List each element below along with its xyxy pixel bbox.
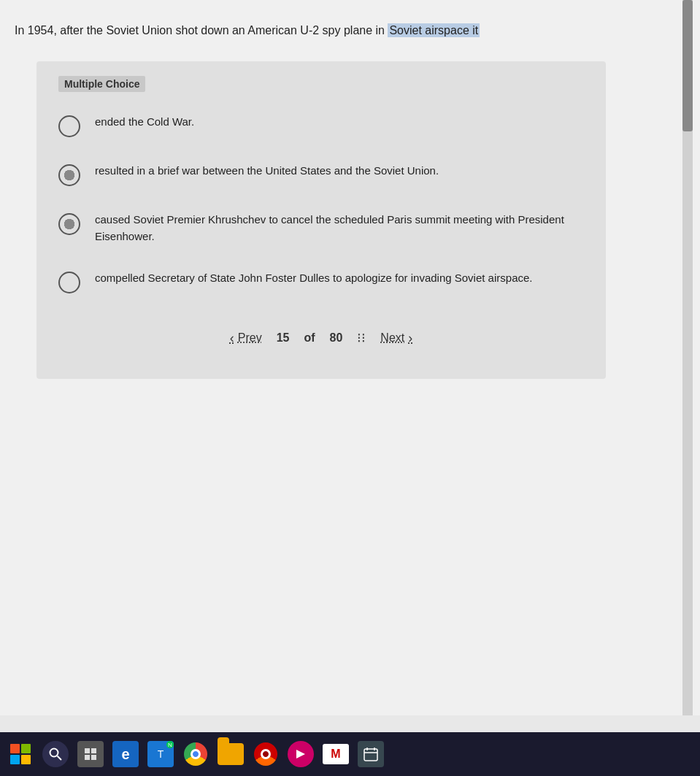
calendar-icon <box>363 746 379 762</box>
total-pages: 80 <box>330 331 343 345</box>
chrome-icon <box>184 742 207 766</box>
next-arrow-icon: › <box>408 331 412 346</box>
next-label: Next <box>380 331 404 345</box>
next-button[interactable]: Next › <box>380 331 412 346</box>
scrollbar-thumb[interactable] <box>682 0 693 131</box>
svg-rect-6 <box>364 749 377 761</box>
prev-label: Prev <box>238 331 262 345</box>
answer-option-c[interactable]: caused Soviet Premier Khrushchev to canc… <box>58 212 584 245</box>
answer-option-a[interactable]: ended the Cold War. <box>58 114 584 137</box>
search-icon <box>48 747 63 761</box>
svg-rect-2 <box>85 748 90 753</box>
new-tab-button[interactable]: T N <box>147 741 174 767</box>
calendar-button[interactable] <box>358 741 384 767</box>
answer-option-b[interactable]: resulted in a brief war between the Unit… <box>58 163 584 186</box>
scrollbar-track[interactable] <box>682 0 693 715</box>
taskbar-square-button[interactable] <box>77 741 104 767</box>
question-card: Multiple Choice ended the Cold War. resu… <box>36 61 606 379</box>
main-content: In 1954, after the Soviet Union shot dow… <box>0 0 700 715</box>
answer-option-d[interactable]: compelled Secretary of State John Foster… <box>58 270 584 293</box>
radio-c[interactable] <box>58 213 80 235</box>
folder-icon <box>218 743 244 765</box>
svg-point-0 <box>50 749 58 757</box>
radio-d[interactable] <box>58 272 80 293</box>
taskbar-search-button[interactable] <box>42 741 69 767</box>
svg-rect-4 <box>85 755 90 760</box>
question-text-highlight: Soviet airspace it <box>388 23 480 37</box>
svg-rect-3 <box>91 748 96 753</box>
answer-text-a: ended the Cold War. <box>95 114 194 131</box>
answer-text-d: compelled Secretary of State John Foster… <box>95 270 533 287</box>
question-text: In 1954, after the Soviet Union shot dow… <box>15 15 584 47</box>
svg-rect-5 <box>91 755 96 760</box>
edge-button[interactable]: e <box>112 741 139 767</box>
svg-line-1 <box>58 756 62 761</box>
windows-logo-icon <box>10 744 31 764</box>
main-wrapper: In 1954, after the Soviet Union shot dow… <box>0 0 700 715</box>
radio-b[interactable] <box>58 164 80 186</box>
gmail-icon: M <box>331 748 340 761</box>
chrome-red-button[interactable] <box>253 741 279 767</box>
question-type-label: Multiple Choice <box>58 76 145 92</box>
gmail-button[interactable]: M <box>323 744 349 764</box>
snip-button[interactable] <box>288 741 314 767</box>
radio-a[interactable] <box>58 115 80 137</box>
chrome-red-icon <box>254 742 277 766</box>
snip-icon <box>293 747 308 761</box>
prev-button[interactable]: ‹ Prev <box>230 331 262 346</box>
of-label: of <box>304 331 315 345</box>
new-badge: N <box>166 741 174 748</box>
answer-text-b: resulted in a brief war between the Unit… <box>95 163 439 180</box>
windows-start-button[interactable] <box>7 741 34 767</box>
navigation-bar: ‹ Prev 15 of 80 ⁝⁝ Next › <box>58 319 584 357</box>
folder-button[interactable] <box>218 741 244 767</box>
current-page: 15 <box>277 331 290 345</box>
edge-icon: e <box>121 746 129 763</box>
grid-icon[interactable]: ⁝⁝ <box>357 330 366 346</box>
answer-text-c: caused Soviet Premier Khrushchev to canc… <box>95 212 584 245</box>
question-text-before: In 1954, after the Soviet Union shot dow… <box>15 24 388 37</box>
window-icon <box>83 747 98 761</box>
new-tab-icon: T <box>158 748 164 760</box>
chrome-button[interactable] <box>182 741 209 767</box>
prev-arrow-icon: ‹ <box>230 331 234 346</box>
taskbar: e T N M <box>0 732 700 776</box>
